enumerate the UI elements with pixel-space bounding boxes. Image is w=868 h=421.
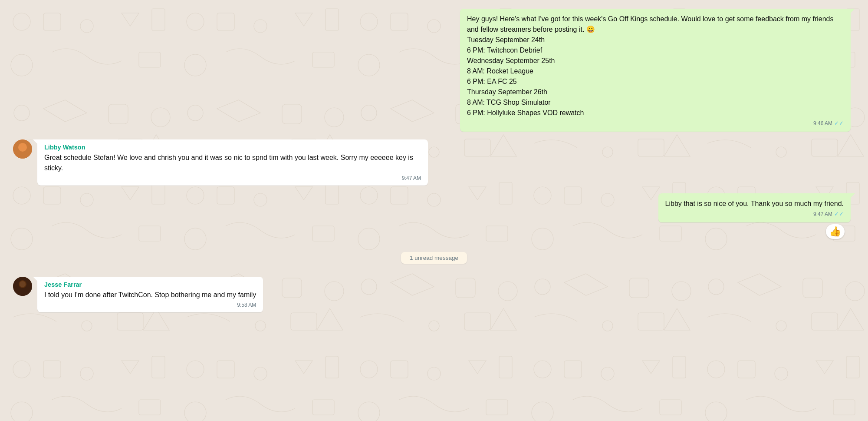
message-row-incoming-libby: Libby Watson Great schedule Stefan! We l… xyxy=(13,139,855,186)
read-checkmarks-1: ✓✓ xyxy=(834,120,844,126)
message-text-libby: Great schedule Stefan! We love and chris… xyxy=(44,152,421,173)
avatar-libby xyxy=(13,139,32,159)
message-row-outgoing-2: Libby that is so nice of you. Thank you … xyxy=(13,193,855,239)
avatar-jesse xyxy=(13,277,32,296)
message-bubble-outgoing-2: Libby that is so nice of you. Thank you … xyxy=(658,193,851,222)
timestamp-libby: 9:47 AM xyxy=(402,175,421,181)
message-meta-libby: 9:47 AM xyxy=(44,175,421,181)
message-row-outgoing-1: Hey guys! Here's what I've got for this … xyxy=(13,9,855,132)
chat-container: Hey guys! Here's what I've got for this … xyxy=(0,0,868,421)
message-text-1: Hey guys! Here's what I've got for this … xyxy=(467,14,844,118)
sender-name-libby: Libby Watson xyxy=(44,144,421,151)
message-meta-2: 9:47 AM ✓✓ xyxy=(665,211,844,217)
message-meta-jesse: 9:58 AM xyxy=(44,302,256,308)
timestamp-1: 9:46 AM xyxy=(813,120,832,126)
svg-point-6 xyxy=(20,281,26,287)
message-row-incoming-jesse: Jesse Farrar I told you I'm done after T… xyxy=(13,277,855,312)
message-text-jesse: I told you I'm done after TwitchCon. Sto… xyxy=(44,290,256,300)
timestamp-2: 9:47 AM xyxy=(813,211,832,217)
reaction-thumbsup: 👍 xyxy=(826,224,845,239)
timestamp-jesse: 9:58 AM xyxy=(237,302,256,308)
message-meta-1: 9:46 AM ✓✓ xyxy=(467,120,844,126)
message-bubble-libby: Libby Watson Great schedule Stefan! We l… xyxy=(37,139,428,186)
svg-point-1 xyxy=(18,143,27,152)
message-text-2: Libby that is so nice of you. Thank you … xyxy=(665,199,844,209)
unread-badge-text: 1 unread message xyxy=(401,252,467,264)
sender-name-jesse: Jesse Farrar xyxy=(44,281,256,288)
unread-divider: 1 unread message xyxy=(13,247,855,269)
message-bubble-jesse: Jesse Farrar I told you I'm done after T… xyxy=(37,277,263,312)
read-checkmarks-2: ✓✓ xyxy=(834,211,844,217)
message-bubble-outgoing-1: Hey guys! Here's what I've got for this … xyxy=(460,9,851,132)
